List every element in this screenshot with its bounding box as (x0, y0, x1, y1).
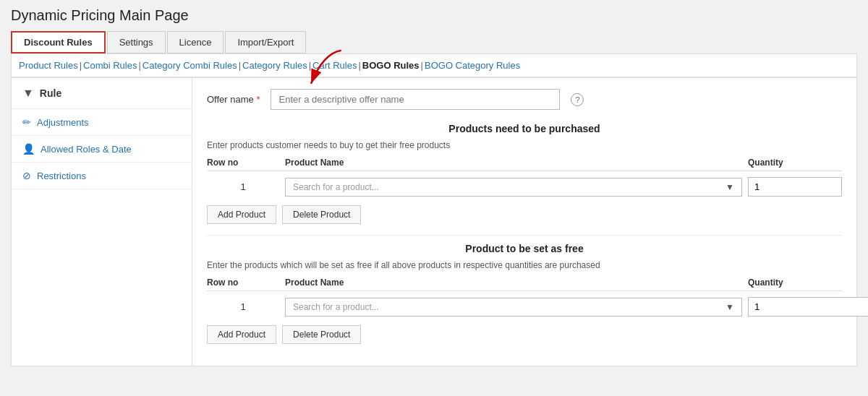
table2-product-select[interactable]: Search for a product... ▼ (285, 298, 742, 317)
col-row-no-1: Row no (207, 158, 279, 168)
col-quantity-2: Quantity (748, 277, 842, 288)
sidebar-item-allowed-roles[interactable]: 👤 Allowed Roles & Date (12, 136, 192, 163)
section2-title: Product to be set as free (207, 243, 842, 254)
required-marker: * (256, 94, 260, 105)
subnav-combi-rules[interactable]: Combi Rules (83, 60, 137, 71)
subnav-bogo-category-rules[interactable]: BOGO Category Rules (425, 60, 520, 71)
table2-dropdown-arrow: ▼ (726, 302, 734, 312)
tabs-row: Discount Rules Settings Licence Import/E… (11, 31, 857, 53)
col-quantity-1: Quantity (748, 158, 842, 168)
col-product-name-2: Product Name (285, 277, 742, 288)
table2-header: Row no Product Name Quantity (207, 275, 842, 291)
subnav-product-rules[interactable]: Product Rules (19, 60, 78, 71)
sidebar-header: ▼ Rule (12, 78, 192, 109)
table2-quantity-spinner (748, 297, 842, 317)
section1-desc: Enter products customer needs to buy to … (207, 140, 842, 150)
table2-product-placeholder: Search for a product... (293, 302, 726, 312)
subnav: Product Rules | Combi Rules | Category C… (11, 53, 857, 77)
table2-quantity-input[interactable] (748, 297, 868, 317)
subnav-sep-5: | (358, 60, 360, 71)
user-icon: 👤 (22, 143, 35, 155)
table2-row1-no: 1 (207, 301, 279, 312)
page-wrapper: Dynamic Pricing Main Page Discount Rules… (0, 0, 868, 396)
table1-row1-no: 1 (207, 181, 279, 192)
sidebar-label-adjustments: Adjustments (37, 117, 89, 128)
table1-dropdown-arrow: ▼ (726, 182, 734, 192)
table1-product-placeholder: Search for a product... (293, 182, 726, 192)
table1-add-product-btn[interactable]: Add Product (207, 205, 276, 224)
tab-settings[interactable]: Settings (107, 31, 166, 53)
table1-header: Row no Product Name Quantity (207, 155, 842, 171)
table1-product-select[interactable]: Search for a product... ▼ (285, 178, 742, 197)
col-product-name-1: Product Name (285, 158, 742, 168)
subnav-sep-1: | (80, 60, 82, 71)
table2-delete-product-btn[interactable]: Delete Product (282, 325, 361, 344)
subnav-sep-2: | (138, 60, 140, 71)
table2-row-1: 1 Search for a product... ▼ (207, 294, 842, 319)
help-icon[interactable]: ? (571, 93, 584, 106)
main-content: ▼ Rule ✏ Adjustments 👤 Allowed Roles & D… (11, 77, 857, 366)
subnav-sep-4: | (309, 60, 311, 71)
subnav-cart-rules[interactable]: Cart Rules (312, 60, 357, 71)
table1-btn-row: Add Product Delete Product (207, 205, 842, 224)
table2-add-product-btn[interactable]: Add Product (207, 325, 276, 344)
sidebar-item-adjustments[interactable]: ✏ Adjustments (12, 109, 192, 136)
page-title: Dynamic Pricing Main Page (11, 7, 857, 24)
subnav-sep-6: | (421, 60, 423, 71)
offer-name-input[interactable] (271, 89, 560, 110)
filter-icon: ▼ (22, 87, 34, 100)
content-area: Offer name * ? Products need to be purch… (192, 78, 856, 366)
tab-discount-rules[interactable]: Discount Rules (11, 31, 106, 53)
table1-row-1: 1 Search for a product... ▼ (207, 174, 842, 199)
offer-name-label: Offer name * (207, 94, 260, 105)
table2-btn-row: Add Product Delete Product (207, 325, 842, 344)
restrictions-icon: ⊘ (22, 170, 31, 181)
sidebar: ▼ Rule ✏ Adjustments 👤 Allowed Roles & D… (12, 78, 192, 366)
sidebar-header-label: Rule (40, 87, 61, 99)
col-row-no-2: Row no (207, 277, 279, 288)
subnav-category-rules[interactable]: Category Rules (242, 60, 307, 71)
subnav-sep-3: | (239, 60, 241, 71)
table1-quantity-input[interactable] (748, 177, 842, 197)
edit-icon: ✏ (22, 116, 31, 128)
offer-name-row: Offer name * ? (207, 89, 842, 110)
subnav-bogo-rules[interactable]: BOGO Rules (362, 60, 420, 71)
section2-desc: Enter the products which will be set as … (207, 260, 842, 270)
subnav-category-combi-rules[interactable]: Category Combi Rules (142, 60, 237, 71)
section-divider (207, 235, 842, 236)
sidebar-item-restrictions[interactable]: ⊘ Restrictions (12, 163, 192, 189)
sidebar-label-allowed-roles: Allowed Roles & Date (41, 144, 132, 155)
tab-licence[interactable]: Licence (167, 31, 224, 53)
section1-title: Products need to be purchased (207, 123, 842, 134)
sidebar-label-restrictions: Restrictions (37, 171, 86, 181)
tab-import-export[interactable]: Import/Export (225, 31, 306, 53)
table1-delete-product-btn[interactable]: Delete Product (282, 205, 361, 224)
